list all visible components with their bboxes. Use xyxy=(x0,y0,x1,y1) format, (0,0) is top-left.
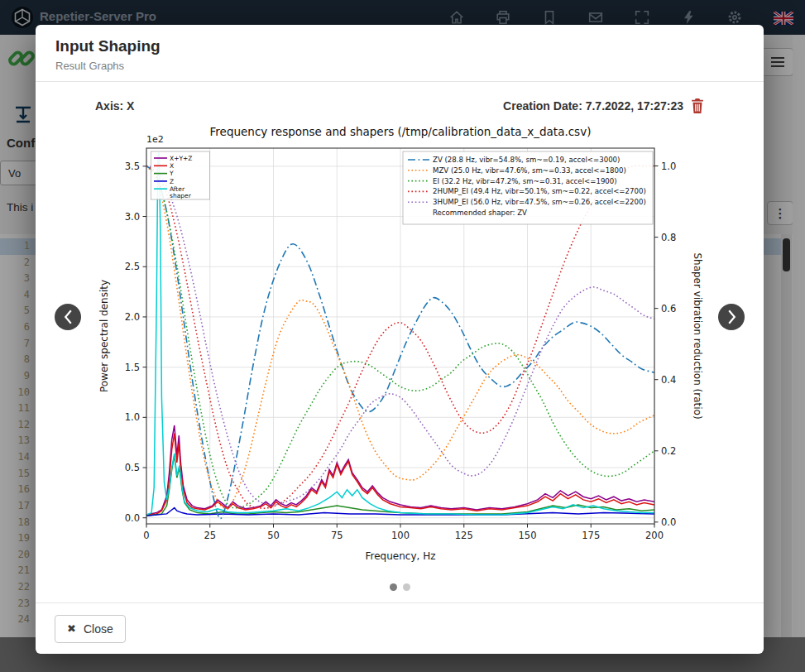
modal-title: Input Shaping xyxy=(55,37,744,55)
svg-text:0.6: 0.6 xyxy=(661,303,676,314)
svg-text:ZV (28.8 Hz, vibr=54.8%, sm~=0: ZV (28.8 Hz, vibr=54.8%, sm~=0.19, accel… xyxy=(433,156,620,164)
svg-text:1e2: 1e2 xyxy=(146,134,164,145)
carousel-prev-button[interactable] xyxy=(55,304,81,330)
input-shaping-modal: Input Shaping Result Graphs Axis: X Crea… xyxy=(36,25,764,654)
svg-text:150: 150 xyxy=(519,530,537,541)
graph-meta-row: Axis: X Creation Date: 7.7.2022, 17:27:2… xyxy=(95,98,704,113)
svg-text:0.4: 0.4 xyxy=(661,374,676,386)
svg-text:Frequency, Hz: Frequency, Hz xyxy=(366,550,436,562)
close-label: Close xyxy=(84,622,113,636)
svg-text:1.0: 1.0 xyxy=(661,161,676,172)
svg-text:75: 75 xyxy=(331,530,343,541)
svg-text:0.5: 0.5 xyxy=(125,462,140,473)
svg-text:1.5: 1.5 xyxy=(125,362,140,373)
svg-text:0: 0 xyxy=(143,530,149,541)
svg-text:0.8: 0.8 xyxy=(661,232,676,243)
svg-text:1.0: 1.0 xyxy=(125,411,140,423)
svg-text:100: 100 xyxy=(391,530,410,541)
frequency-response-chart: 02550751001251501752000.00.51.01.52.02.5… xyxy=(95,120,704,578)
svg-text:Shaper vibration reduction (ra: Shaper vibration reduction (ratio) xyxy=(692,252,703,419)
svg-text:0.0: 0.0 xyxy=(125,512,140,524)
svg-text:Recommended shaper: ZV: Recommended shaper: ZV xyxy=(433,209,527,217)
creation-date-text: Creation Date: 7.7.2022, 17:27:23 xyxy=(503,99,683,113)
close-button[interactable]: ✖ Close xyxy=(55,615,126,643)
modal-footer: ✖ Close xyxy=(36,602,764,654)
svg-text:Frequency response and shapers: Frequency response and shapers (/tmp/cal… xyxy=(210,125,592,138)
svg-text:Power spectral density: Power spectral density xyxy=(98,280,110,392)
carousel-dots xyxy=(36,579,764,594)
creation-date: Creation Date: 7.7.2022, 17:27:23 xyxy=(503,98,704,113)
carousel-dot[interactable] xyxy=(403,583,410,591)
svg-text:3.5: 3.5 xyxy=(125,161,140,172)
svg-text:200: 200 xyxy=(645,530,664,541)
modal-header: Input Shaping Result Graphs xyxy=(36,25,764,82)
svg-text:2HUMP_EI (49.4 Hz, vibr=50.1%,: 2HUMP_EI (49.4 Hz, vibr=50.1%, sm~=0.22,… xyxy=(433,187,646,195)
carousel-dot[interactable] xyxy=(390,583,397,591)
svg-text:0.2: 0.2 xyxy=(661,445,676,457)
svg-text:50: 50 xyxy=(267,530,280,541)
svg-text:Z: Z xyxy=(170,178,174,185)
svg-text:3HUMP_EI (56.0 Hz, vibr=47.5%,: 3HUMP_EI (56.0 Hz, vibr=47.5%, sm~=0.26,… xyxy=(433,198,646,206)
svg-text:EI (32.2 Hz, vibr=47.2%, sm~=0: EI (32.2 Hz, vibr=47.2%, sm~=0.31, accel… xyxy=(433,177,617,185)
svg-text:shaper: shaper xyxy=(170,192,192,199)
close-icon: ✖ xyxy=(67,622,76,635)
svg-text:175: 175 xyxy=(582,530,600,541)
svg-text:2.0: 2.0 xyxy=(125,311,140,323)
svg-text:X+Y+Z: X+Y+Z xyxy=(170,155,192,162)
svg-text:3.0: 3.0 xyxy=(125,211,140,223)
carousel-next-button[interactable] xyxy=(718,304,745,330)
svg-text:25: 25 xyxy=(204,530,216,541)
svg-text:MZV (25.0 Hz, vibr=47.6%, sm~=: MZV (25.0 Hz, vibr=47.6%, sm~=0.33, acce… xyxy=(433,166,626,175)
svg-text:Y: Y xyxy=(169,170,174,177)
svg-text:X: X xyxy=(170,162,174,170)
svg-text:0.0: 0.0 xyxy=(661,516,676,528)
svg-text:125: 125 xyxy=(455,530,473,541)
axis-label: Axis: X xyxy=(95,99,134,113)
modal-body: Axis: X Creation Date: 7.7.2022, 17:27:2… xyxy=(36,98,764,578)
modal-subtitle: Result Graphs xyxy=(55,60,744,72)
svg-text:2.5: 2.5 xyxy=(125,261,140,272)
delete-graph-icon[interactable] xyxy=(691,98,704,113)
